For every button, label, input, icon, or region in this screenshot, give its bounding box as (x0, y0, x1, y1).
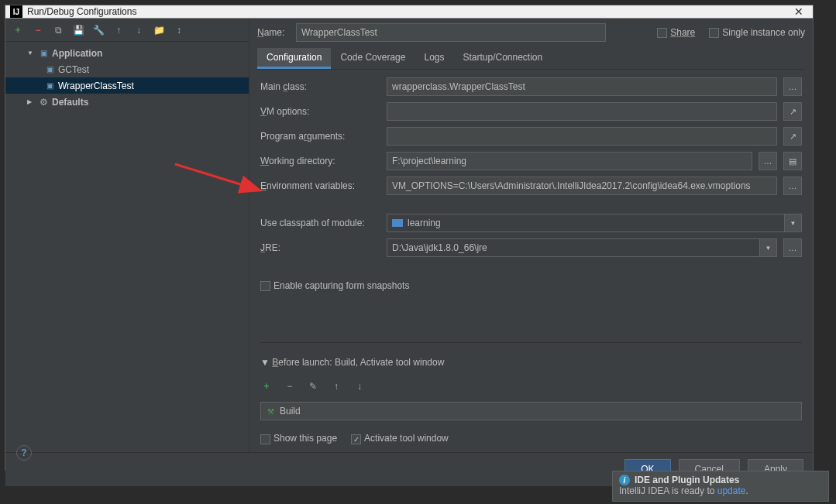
main-class-input[interactable] (387, 77, 777, 96)
add-task-icon[interactable]: + (260, 380, 273, 393)
show-page-checkbox[interactable]: Show this page (260, 433, 337, 444)
notification-body: IntelliJ IDEA is ready to update. (619, 485, 822, 496)
chevron-down-icon: ▼ (759, 239, 776, 256)
name-label: Name: (257, 27, 288, 38)
remove-task-icon[interactable]: − (284, 380, 296, 393)
tree-label: GCTest (58, 64, 89, 75)
down-icon[interactable]: ↓ (132, 24, 145, 36)
run-config-icon: ▣ (44, 64, 55, 75)
up-task-icon[interactable]: ↑ (330, 380, 342, 393)
name-input[interactable] (296, 23, 606, 42)
info-icon: i (619, 475, 630, 485)
name-row: Name: Share Single instance only (257, 19, 805, 46)
edit-task-icon[interactable]: ✎ (307, 380, 319, 393)
jre-select[interactable]: D:\Java\jdk1.8.0_66\jre ▼ (387, 238, 777, 257)
single-instance-checkbox[interactable]: Single instance only (709, 27, 805, 38)
config-tree: ▼ ▣ Application ▣ GCTest ▣ WrapperClassT… (5, 42, 249, 452)
folder-icon[interactable]: 📁 (153, 24, 165, 36)
save-icon[interactable]: 💾 (72, 24, 84, 36)
tree-label: Application (52, 48, 102, 59)
add-icon[interactable]: + (12, 24, 24, 36)
expand-vm-options-button[interactable]: ↗ (783, 102, 802, 121)
notification-title: IDE and Plugin Updates (635, 475, 739, 485)
run-config-icon: ▣ (44, 81, 55, 91)
tabs: Configuration Code Coverage Logs Startup… (257, 48, 805, 70)
tree-label: Defaults (52, 97, 88, 108)
tree-label: WrapperClassTest (58, 81, 134, 91)
env-vars-input[interactable] (387, 177, 777, 195)
classpath-value: learning (408, 218, 441, 228)
before-launch-title[interactable]: ▼ Before launch: Build, Activate tool wi… (260, 354, 802, 371)
env-vars-label: Environment variables: (260, 180, 380, 191)
before-launch-toolbar: + − ✎ ↑ ↓ (260, 377, 802, 396)
notification-balloon[interactable]: i IDE and Plugin Updates IntelliJ IDEA i… (612, 471, 829, 502)
chevron-down-icon: ▼ (784, 214, 801, 231)
share-checkbox[interactable]: Share (657, 27, 695, 38)
down-task-icon[interactable]: ↓ (353, 380, 366, 393)
up-icon[interactable]: ↑ (112, 24, 125, 36)
split-pane: + − ⧉ 💾 🔧 ↑ ↓ 📁 ↕ ▼ ▣ Application (5, 19, 813, 452)
jre-label: JRE: (260, 242, 380, 253)
application-icon: ▣ (38, 48, 49, 59)
build-icon: ⚒ (266, 406, 275, 416)
build-label: Build (280, 406, 301, 417)
program-args-label: Program arguments: (260, 131, 380, 142)
tree-node-gctest[interactable]: ▣ GCTest (5, 61, 249, 77)
vm-options-input[interactable] (387, 102, 777, 121)
classpath-select[interactable]: learning ▼ (387, 214, 802, 232)
tab-startup-connection[interactable]: Startup/Connection (453, 48, 552, 69)
browse-main-class-button[interactable]: … (783, 77, 802, 96)
left-panel: + − ⧉ 💾 🔧 ↑ ↓ 📁 ↕ ▼ ▣ Application (5, 19, 249, 452)
config-toolbar: + − ⧉ 💾 🔧 ↑ ↓ 📁 ↕ (5, 19, 249, 42)
titlebar: IJ Run/Debug Configurations ✕ (5, 5, 813, 19)
tab-logs[interactable]: Logs (415, 48, 453, 69)
main-class-label: Main class: (260, 81, 380, 92)
tree-node-defaults[interactable]: ▶ ⚙ Defaults (5, 94, 249, 110)
activate-tool-window-checkbox[interactable]: Activate tool window (351, 433, 449, 444)
help-button[interactable]: ? (16, 445, 32, 461)
expand-icon: ▼ (27, 50, 35, 57)
expand-program-args-button[interactable]: ↗ (783, 127, 802, 146)
working-dir-label: Working directory: (260, 156, 380, 166)
module-icon (392, 219, 403, 227)
app-icon: IJ (10, 5, 22, 18)
tab-code-coverage[interactable]: Code Coverage (331, 48, 415, 69)
copy-icon[interactable]: ⧉ (52, 24, 64, 36)
right-panel: Name: Share Single instance only Configu… (249, 19, 813, 452)
dialog-body: + − ⧉ 💾 🔧 ↑ ↓ 📁 ↕ ▼ ▣ Application (5, 19, 813, 486)
jre-value: D:\Java\jdk1.8.0_66\jre (392, 242, 487, 253)
build-task-row[interactable]: ⚒ Build (260, 402, 802, 420)
browse-working-dir-button[interactable]: … (759, 152, 777, 170)
tree-node-wrapperclasstest[interactable]: ▣ WrapperClassTest (5, 77, 249, 94)
dialog-title: Run/Debug Configurations (27, 6, 790, 17)
divider (260, 342, 802, 343)
macro-working-dir-button[interactable]: ▤ (783, 152, 802, 170)
tab-configuration[interactable]: Configuration (257, 48, 331, 69)
share-group: Share Single instance only (657, 27, 805, 38)
wrench-icon[interactable]: 🔧 (92, 24, 105, 36)
working-dir-input[interactable] (387, 152, 752, 170)
program-args-input[interactable] (387, 127, 777, 146)
update-link[interactable]: update (717, 485, 746, 496)
config-form: Main class: … VM options: ↗ Program argu… (257, 70, 805, 452)
collapse-icon: ▶ (27, 98, 35, 105)
vm-options-label: VM options: (260, 106, 380, 117)
tree-node-application[interactable]: ▼ ▣ Application (5, 45, 249, 61)
collapse-icon[interactable]: ↕ (173, 24, 185, 36)
remove-icon[interactable]: − (32, 24, 44, 36)
close-icon[interactable]: ✕ (790, 5, 808, 18)
classpath-label: Use classpath of module: (260, 218, 380, 228)
snapshots-checkbox[interactable]: Enable capturing form snapshots (260, 280, 409, 291)
browse-env-vars-button[interactable]: … (783, 177, 802, 195)
defaults-icon: ⚙ (38, 97, 49, 108)
run-debug-dialog: IJ Run/Debug Configurations ✕ + − ⧉ 💾 🔧 … (5, 5, 814, 471)
browse-jre-button[interactable]: … (783, 238, 802, 257)
